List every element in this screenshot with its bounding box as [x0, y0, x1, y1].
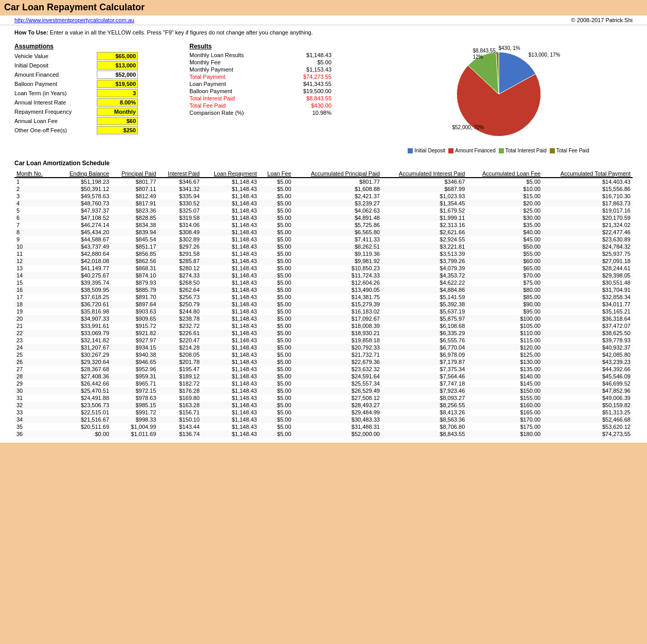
table-cell: $17,092.67	[293, 315, 382, 322]
table-row: 31$24,491.88$978.63$169.80$1,148.43$5.00…	[14, 394, 633, 402]
table-row: 12$42,018.08$862.56$285.87$1,148.43$5.00…	[14, 257, 633, 265]
table-row: 10$43,737.49$851.17$297.26$1,148.43$5.00…	[14, 243, 633, 250]
table-cell: 21	[14, 322, 58, 329]
table-cell: $5.00	[259, 236, 293, 243]
table-cell: $5.00	[259, 221, 293, 229]
table-cell: $934.15	[111, 344, 158, 351]
table-cell: $45,546.09	[543, 373, 633, 380]
assumption-value[interactable]: $13,000	[97, 61, 138, 69]
table-row: 35$20,511.69$1,004.99$143.44$1,148.43$5.…	[14, 423, 633, 430]
amort-col-header: Principal Paid	[111, 170, 158, 178]
assumption-value[interactable]: 8.00%	[97, 98, 138, 107]
assumption-value: $52,000	[97, 71, 138, 79]
website-link[interactable]: http://www.investmentpropertycalculator.…	[14, 17, 134, 23]
table-cell: $9,119.36	[293, 250, 382, 257]
assumption-label: Annual Interest Rate	[14, 99, 97, 106]
assumption-value[interactable]: Monthly	[97, 108, 138, 116]
table-cell: $28,244.61	[543, 265, 633, 272]
assumption-value[interactable]: $60	[97, 117, 138, 125]
table-cell: $27,408.36	[58, 373, 111, 380]
table-cell: $238.78	[158, 315, 202, 322]
table-cell: $100.00	[467, 315, 543, 322]
main-section: Assumptions Vehicle Value $65,000 Initia…	[0, 40, 647, 156]
table-cell: $4,079.39	[382, 265, 467, 272]
chart-legend: Initial DepositAmount FinancedTotal Inte…	[408, 148, 589, 153]
table-row: 24$31,207.67$934.15$214.28$1,148.43$5.00…	[14, 344, 633, 351]
table-cell: $1,011.69	[111, 430, 158, 438]
table-cell: $16,183.02	[293, 308, 382, 315]
table-cell: $801.77	[293, 178, 382, 185]
table-cell: $952.96	[111, 365, 158, 373]
table-cell: $856.85	[111, 250, 158, 257]
table-cell: $29,398.05	[543, 272, 633, 279]
table-cell: $165.00	[467, 409, 543, 416]
table-cell: $909.65	[111, 315, 158, 322]
table-cell: 33	[14, 409, 58, 416]
table-cell: $1,148.43	[202, 423, 259, 430]
table-cell: 16	[14, 286, 58, 293]
table-cell: $5.00	[259, 416, 293, 423]
table-cell: $5.00	[259, 351, 293, 358]
table-cell: $3,239.27	[293, 200, 382, 207]
table-row: 30$25,470.51$972.15$176.28$1,148.43$5.00…	[14, 387, 633, 394]
table-cell: $285.87	[158, 257, 202, 265]
table-cell: $37,618.25	[58, 293, 111, 301]
table-cell: $15,556.86	[543, 185, 633, 193]
table-cell: 36	[14, 430, 58, 438]
table-cell: $8,563.36	[382, 416, 467, 423]
table-cell: $23,632.32	[293, 365, 382, 373]
table-cell: $2,421.37	[293, 193, 382, 200]
legend-color	[448, 148, 453, 153]
assumption-value[interactable]: 3	[97, 89, 138, 97]
table-cell: $232.72	[158, 322, 202, 329]
assumption-value[interactable]: $65,000	[97, 52, 138, 60]
table-cell: $845.54	[111, 236, 158, 243]
table-cell: $7,179.87	[382, 358, 467, 365]
table-cell: $5,141.59	[382, 293, 467, 301]
table-cell: $1,148.43	[202, 243, 259, 250]
table-row: 19$35,816.98$903.63$244.80$1,148.43$5.00…	[14, 308, 633, 315]
pie-chart	[442, 43, 555, 146]
table-cell: $1,148.43	[202, 351, 259, 358]
table-cell: $1,354.45	[382, 200, 467, 207]
table-cell: $823.36	[111, 207, 158, 214]
table-cell: $5.00	[259, 387, 293, 394]
table-cell: $55.00	[467, 250, 543, 257]
table-cell: $8,256.55	[382, 402, 467, 409]
table-cell: $6,770.04	[382, 344, 467, 351]
table-cell: $47,108.52	[58, 214, 111, 221]
table-cell: $1,148.43	[202, 358, 259, 365]
result-label: Monthly Payment	[189, 66, 287, 73]
legend-label: Initial Deposit	[414, 148, 445, 153]
table-cell: $170.00	[467, 416, 543, 423]
table-cell: $3,513.39	[382, 250, 467, 257]
table-cell: $807.11	[111, 185, 158, 193]
table-cell: $1,148.43	[202, 279, 259, 286]
table-cell: $22,515.01	[58, 409, 111, 416]
table-cell: $20,170.59	[543, 214, 633, 221]
table-row: 26$29,320.64$946.65$201.78$1,148.43$5.00…	[14, 358, 633, 365]
result-label: Balloon Payment	[189, 88, 287, 94]
label-interest: $8,843.55,	[473, 48, 497, 54]
table-cell: $5.00	[259, 250, 293, 257]
table-cell: $5.00	[259, 301, 293, 308]
table-cell: $15.00	[467, 193, 543, 200]
table-cell: $20.00	[467, 200, 543, 207]
table-cell: $37,472.07	[543, 322, 633, 329]
table-cell: $897.64	[111, 301, 158, 308]
assumption-label: Other One-off Fee(s)	[14, 127, 97, 133]
table-cell: $5,725.86	[293, 221, 382, 229]
table-row: 11$42,880.64$856.85$291.58$1,148.43$5.00…	[14, 250, 633, 257]
link-row: http://www.investmentpropertycalculator.…	[0, 15, 647, 25]
assumption-value[interactable]: $19,500	[97, 80, 138, 88]
table-row: 16$38,509.95$885.79$262.64$1,148.43$5.00…	[14, 286, 633, 293]
table-cell: $5.00	[259, 265, 293, 272]
table-cell: $44,588.67	[58, 236, 111, 243]
table-cell: $280.12	[158, 265, 202, 272]
table-cell: $5.00	[259, 373, 293, 380]
table-cell: $33,069.79	[58, 329, 111, 337]
table-cell: $7,747.18	[382, 380, 467, 387]
table-cell: $687.99	[382, 185, 467, 193]
table-cell: $32,141.82	[58, 337, 111, 344]
assumption-value[interactable]: $250	[97, 126, 138, 134]
